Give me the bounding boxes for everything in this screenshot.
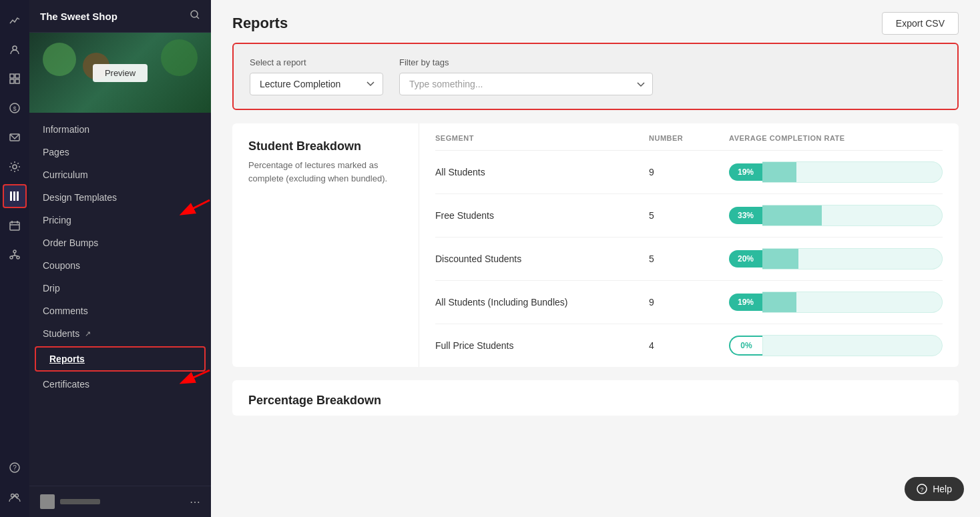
progress-badge: 0% [729,336,762,356]
sidebar-nav: Information Pages Curriculum Design Temp… [29,113,211,401]
svg-rect-11 [17,191,19,201]
preview-button[interactable]: Preview [93,64,148,82]
layout-icon[interactable] [3,67,27,91]
dollar-icon[interactable]: $ [3,96,27,120]
sidebar-item-pages[interactable]: Pages [29,141,211,163]
content-area: Student Breakdown Percentage of lectures… [211,123,980,429]
icon-bar: $ [0,0,29,517]
sidebar-item-label-certificates: Certificates [43,379,89,390]
sidebar-item-label-coupons: Coupons [43,260,80,271]
svg-line-20 [11,255,15,256]
breakdown-grid: Student Breakdown Percentage of lectures… [232,123,959,367]
table-row: Discounted Students 5 20% [435,237,943,281]
svg-text:?: ? [921,486,924,493]
tags-filter-group: Filter by tags Type something... [399,57,653,95]
row-segment: Free Students [435,210,649,221]
sidebar-thumbnail: Preview [29,33,211,113]
progress-bar-bg [762,205,943,226]
progress-bar-bg [762,248,943,270]
help-label: Help [933,484,952,494]
users-icon[interactable] [3,37,27,61]
row-progress: 0% [729,335,943,356]
breakdown-right: SEGMENT NUMBER AVERAGE COMPLETION RATE A… [419,123,959,367]
table-row: All Students (Including Bundles) 9 19% [435,281,943,324]
main-content: Reports Export CSV Select a report Lectu… [211,0,980,517]
svg-rect-9 [10,191,12,201]
sidebar-bottom: ⋯ [29,486,211,517]
sidebar-item-students[interactable]: Students ↗ [29,322,211,345]
sidebar-item-design-templates[interactable]: Design Templates [29,186,211,209]
row-number: 5 [649,210,729,221]
sidebar-item-order-bumps[interactable]: Order Bumps [29,231,211,254]
progress-badge: 33% [729,207,762,224]
filter-box: Select a report Lecture Completion Filte… [232,43,959,110]
sidebar-item-label-comments: Comments [43,306,88,316]
progress-bar-bg [762,161,943,183]
select-report-label: Select a report [250,57,383,67]
sidebar-item-certificates[interactable]: Certificates [29,373,211,396]
row-segment: All Students [435,167,649,177]
team-icon[interactable] [3,485,27,509]
svg-text:?: ? [13,464,17,472]
percentage-header: Percentage Breakdown [232,380,959,416]
svg-line-27 [197,17,200,19]
svg-point-18 [17,256,19,259]
progress-bar-fill [762,205,822,225]
row-number: 9 [649,297,729,308]
breakdown-desc: Percentage of lectures marked as complet… [248,159,403,185]
row-number: 9 [649,167,729,177]
sidebar-item-drip[interactable]: Drip [29,277,211,300]
sidebar-item-label-students: Students [43,328,79,339]
row-progress: 33% [729,205,943,226]
sidebar-item-label-curriculum: Curriculum [43,169,88,180]
report-select[interactable]: Lecture Completion [250,73,383,95]
svg-rect-4 [15,79,19,83]
question-icon[interactable]: ? [3,456,27,480]
sidebar-item-comments[interactable]: Comments [29,300,211,322]
analytics-icon[interactable] [3,8,27,32]
mail-icon[interactable] [3,125,27,149]
sidebar-item-reports[interactable]: Reports [35,346,206,372]
row-progress: 19% [729,292,943,313]
svg-rect-1 [10,74,14,78]
sidebar-info-bar [60,499,100,504]
row-progress: 19% [729,161,943,183]
main-header: Reports Export CSV [211,0,980,43]
row-segment: Full Price Students [435,340,649,351]
table-row: Full Price Students 4 0% [435,324,943,367]
thumbnail-overlay: Preview [29,33,211,113]
progress-bar-fill [762,249,798,269]
sidebar-item-label-information: Information [43,124,89,135]
external-link-icon: ↗ [85,330,91,338]
sidebar-search-icon[interactable] [190,9,200,23]
sidebar-dots-icon[interactable]: ⋯ [190,496,200,508]
sidebar-item-pricing[interactable]: Pricing [29,209,211,231]
sidebar-item-information[interactable]: Information [29,118,211,141]
hierarchy-icon[interactable] [3,243,27,267]
calendar-icon[interactable] [3,213,27,237]
progress-bar-fill [762,292,796,312]
help-button[interactable]: ? Help [905,477,964,501]
tags-select[interactable]: Type something... [399,73,653,95]
percentage-title: Percentage Breakdown [248,394,943,408]
export-csv-button[interactable]: Export CSV [882,12,959,35]
svg-rect-10 [13,191,15,201]
svg-text:$: $ [13,105,16,112]
library-icon[interactable] [3,184,27,208]
sidebar-item-curriculum[interactable]: Curriculum [29,163,211,186]
sidebar-item-coupons[interactable]: Coupons [29,254,211,277]
svg-point-16 [13,250,16,253]
svg-rect-12 [10,222,19,230]
sidebar-item-label-design-templates: Design Templates [43,192,117,203]
row-number: 5 [649,253,729,264]
percentage-breakdown-section: Percentage Breakdown [232,380,959,416]
row-number: 4 [649,340,729,351]
settings-icon[interactable] [3,155,27,179]
sidebar-item-label-drip: Drip [43,283,60,294]
tags-input-wrapper: Type something... [399,73,653,95]
header-segment: SEGMENT [435,134,649,142]
table-header: SEGMENT NUMBER AVERAGE COMPLETION RATE [435,123,943,151]
sidebar-item-label-pricing: Pricing [43,215,71,225]
progress-badge: 19% [729,163,762,181]
svg-point-8 [13,165,17,169]
